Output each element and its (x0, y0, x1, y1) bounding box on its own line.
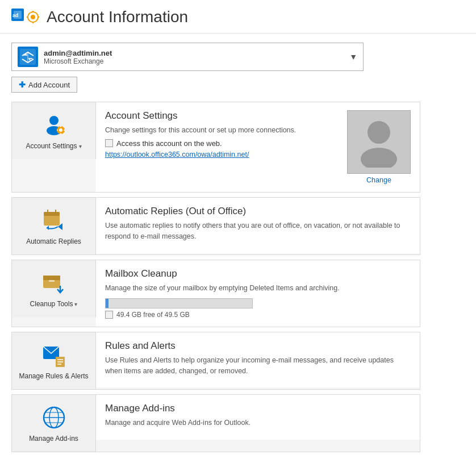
access-web-item: Access this account on the web. (105, 139, 338, 148)
rules-alerts-section: Manage Rules & Alerts Rules and Alerts U… (11, 332, 420, 390)
mailbox-progress-bar-container (105, 298, 253, 308)
rules-alerts-icon (40, 341, 68, 369)
main-content: admin@adtimin.net Microsoft Exchange ▼ ✚… (0, 34, 476, 463)
checkbox-icon (105, 139, 113, 147)
change-photo-link[interactable]: Change (366, 176, 391, 184)
add-account-label: Add Account (28, 81, 70, 89)
account-settings-sidebar[interactable]: Account Settings▾ (12, 102, 96, 159)
manage-addins-content: Manage Add-ins Manage and acquire Web Ad… (96, 395, 420, 440)
exchange-icon (18, 47, 38, 67)
automatic-replies-content: Automatic Replies (Out of Office) Use au… (96, 198, 420, 253)
rules-alerts-content: Rules and Alerts Use Rules and Alerts to… (96, 332, 420, 388)
svg-text:ad: ad (12, 12, 19, 18)
mailbox-progress-bar (106, 299, 108, 308)
storage-checkbox-icon (105, 311, 113, 319)
account-settings-desc: Change settings for this account or set … (105, 125, 338, 136)
account-selector[interactable]: admin@adtimin.net Microsoft Exchange ▼ (11, 43, 364, 71)
account-settings-content: Account Settings Change settings for thi… (96, 102, 420, 192)
svg-point-4 (31, 15, 35, 19)
manage-addins-section: Manage Add-ins Manage Add-ins Manage and… (11, 394, 420, 452)
storage-text: 49.4 GB free of 49.5 GB (116, 311, 190, 319)
rules-alerts-desc: Use Rules and Alerts to help organize yo… (105, 355, 411, 377)
plus-icon: ✚ (19, 80, 26, 89)
account-info: admin@adtimin.net Microsoft Exchange (44, 49, 349, 65)
profile-avatar-svg (356, 116, 402, 168)
storage-info: 49.4 GB free of 49.5 GB (105, 311, 411, 319)
cleanup-tools-section: Cleanup Tools▾ Mailbox Cleanup Manage th… (11, 260, 420, 327)
account-type: Microsoft Exchange (44, 57, 349, 65)
account-settings-label: Account Settings▾ (26, 142, 81, 150)
rules-alerts-title: Rules and Alerts (105, 340, 411, 352)
manage-addins-label: Manage Add-ins (29, 435, 78, 443)
page-title: Account Information (47, 8, 188, 26)
cleanup-tools-icon (40, 269, 68, 297)
automatic-replies-sidebar[interactable]: Automatic Replies (12, 198, 96, 255)
app-logo: ad (11, 6, 41, 28)
rules-alerts-label: Manage Rules & Alerts (19, 372, 88, 380)
svg-rect-23 (44, 212, 60, 216)
dropdown-arrow-icon: ▼ (349, 52, 357, 61)
mailbox-cleanup-desc: Manage the size of your mailbox by empty… (105, 283, 411, 294)
account-settings-section: Account Settings▾ Account Settings Chang… (11, 102, 420, 193)
svg-point-15 (59, 128, 62, 132)
mailbox-cleanup-title: Mailbox Cleanup (105, 268, 411, 280)
owa-link[interactable]: https://outlook.office365.com/owa/adtimi… (105, 151, 249, 158)
svg-rect-28 (49, 280, 55, 282)
svg-point-21 (361, 148, 397, 168)
automatic-replies-section: Automatic Replies Automatic Replies (Out… (11, 197, 420, 255)
cleanup-tools-sidebar[interactable]: Cleanup Tools▾ (12, 260, 96, 317)
manage-addins-title: Manage Add-ins (105, 403, 411, 414)
svg-rect-27 (43, 276, 60, 280)
profile-photo (347, 110, 411, 174)
cleanup-tools-content: Mailbox Cleanup Manage the size of your … (96, 260, 420, 327)
manage-addins-icon (40, 404, 68, 431)
automatic-replies-label: Automatic Replies (26, 237, 81, 245)
svg-point-12 (49, 116, 59, 125)
access-web-text: Access this account on the web. (116, 139, 222, 148)
automatic-replies-icon (40, 207, 68, 234)
header: ad Account Information (0, 0, 476, 34)
account-email: admin@adtimin.net (44, 49, 349, 57)
automatic-replies-title: Automatic Replies (Out of Office) (105, 206, 411, 217)
automatic-replies-desc: Use automatic replies to notify others t… (105, 220, 411, 242)
rules-alerts-sidebar[interactable]: Manage Rules & Alerts (12, 332, 96, 389)
cleanup-tools-label: Cleanup Tools▾ (30, 300, 78, 308)
add-account-button[interactable]: ✚ Add Account (11, 77, 77, 93)
manage-addins-sidebar[interactable]: Manage Add-ins (12, 395, 96, 452)
manage-addins-desc: Manage and acquire Web Add-ins for Outlo… (105, 418, 411, 428)
account-settings-title: Account Settings (105, 110, 338, 122)
account-settings-icon (40, 111, 68, 139)
svg-point-20 (368, 121, 390, 144)
profile-photo-area: Change (347, 110, 411, 184)
